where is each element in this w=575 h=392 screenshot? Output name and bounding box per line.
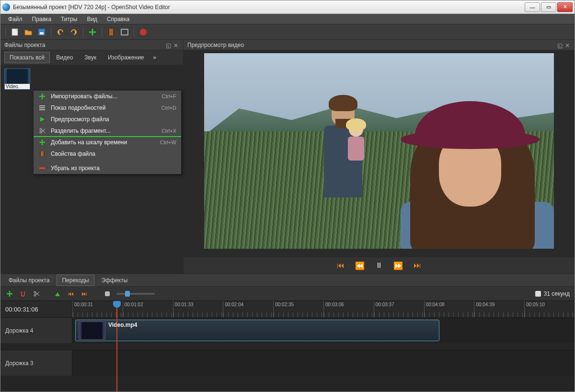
ruler-tick: 00:04:39: [474, 301, 524, 317]
preview-header: Предпросмотр видео ◱ ✕: [184, 40, 575, 50]
timeline-toolbar: ⏮ ⏭ 31 секунд: [0, 286, 575, 300]
prev-marker-button[interactable]: ⏮: [67, 289, 75, 298]
filter-tab-audio[interactable]: Звук: [79, 52, 102, 63]
ruler-tick: 00:04:08: [424, 301, 474, 317]
close-panel-icon[interactable]: ✕: [565, 42, 571, 48]
filter-tab-video[interactable]: Видео: [51, 52, 78, 63]
details-icon: [38, 104, 46, 112]
timeline: 00:00:31:06 00:00:31 00:01:02 00:01:33 0…: [0, 300, 575, 392]
save-project-button[interactable]: [36, 27, 47, 37]
snap-button[interactable]: [19, 289, 27, 298]
project-files-area[interactable]: Video. Импортировать файлы... Ctrl+F Пок…: [0, 65, 183, 274]
scissors-icon: [38, 127, 46, 135]
ruler-tick: 00:01:33: [173, 301, 223, 317]
svg-rect-8: [39, 105, 45, 106]
minimize-button[interactable]: —: [525, 2, 540, 12]
razor-button[interactable]: [32, 289, 41, 298]
filter-tab-more[interactable]: »: [150, 52, 160, 63]
dock-icon[interactable]: ◱: [557, 42, 563, 48]
maximize-button[interactable]: ▭: [541, 2, 556, 12]
plus-icon: [38, 92, 46, 100]
track-label[interactable]: Дорожка 3: [0, 350, 72, 376]
zoom-slider[interactable]: [116, 293, 155, 295]
timeline-clip[interactable]: Video.mp4: [75, 320, 439, 341]
export-button[interactable]: [138, 27, 149, 37]
jump-end-button[interactable]: ⏭: [412, 261, 423, 270]
center-playhead-button[interactable]: [103, 289, 112, 298]
ctx-add-to-timeline[interactable]: Добавить на шкалу времени Ctrl+W: [34, 137, 181, 148]
fast-forward-button[interactable]: ⏩: [393, 261, 403, 270]
ruler-tick: 00:02:04: [223, 301, 273, 317]
next-marker-button[interactable]: ⏭: [80, 289, 89, 298]
jump-start-button[interactable]: ⏮: [335, 261, 346, 270]
filter-tabs: Показать всё Видео Звук Изображение »: [0, 50, 183, 65]
svg-point-17: [34, 291, 36, 293]
project-file-thumb[interactable]: Video.: [4, 69, 30, 90]
svg-rect-4: [108, 29, 109, 35]
new-project-button[interactable]: [10, 27, 20, 37]
preview-title: Предпросмотр видео: [187, 42, 244, 48]
ruler-tick: 00:01:02: [123, 301, 173, 317]
svg-rect-15: [44, 151, 45, 156]
ctx-split-clip[interactable]: Разделить фрагмент... Ctrl+X: [34, 125, 181, 137]
app-icon: [2, 3, 10, 11]
track-area[interactable]: [72, 350, 575, 376]
ctx-import-files[interactable]: Импортировать файлы... Ctrl+F: [34, 91, 181, 102]
open-project-button[interactable]: [23, 27, 34, 37]
menu-help[interactable]: Справка: [103, 15, 133, 23]
ruler-tick: 00:03:37: [374, 301, 424, 317]
svg-rect-9: [39, 107, 45, 108]
filter-tab-image[interactable]: Изображение: [103, 52, 150, 63]
svg-point-11: [40, 128, 42, 130]
project-files-panel: Файлы проекта ◱ ✕ Показать всё Видео Зву…: [0, 40, 184, 274]
tab-project-files[interactable]: Файлы проекта: [3, 275, 55, 286]
rewind-button[interactable]: ⏪: [355, 261, 365, 270]
track-area[interactable]: Video.mp4: [72, 318, 575, 343]
add-track-button[interactable]: [5, 289, 14, 298]
clip-thumb: [79, 322, 105, 340]
close-panel-icon[interactable]: ✕: [173, 42, 179, 48]
ctx-file-properties[interactable]: Свойства файла: [34, 148, 181, 160]
svg-rect-0: [12, 29, 18, 35]
menu-edit[interactable]: Правка: [28, 15, 56, 23]
svg-point-7: [140, 29, 147, 35]
playback-controls: ⏮ ⏪ ⏸ ⏩ ⏭: [184, 257, 575, 274]
duration-indicator-icon: [535, 291, 541, 297]
svg-rect-16: [39, 167, 45, 169]
context-menu: Импортировать файлы... Ctrl+F Показ подр…: [33, 90, 182, 174]
ruler-tick: 00:05:10: [524, 301, 575, 317]
svg-point-12: [40, 131, 42, 133]
undo-button[interactable]: [55, 27, 66, 37]
filter-tab-all[interactable]: Показать всё: [4, 52, 50, 63]
redo-button[interactable]: [69, 27, 79, 37]
ruler-row: 00:00:31:06 00:00:31 00:01:02 00:01:33 0…: [0, 301, 575, 317]
main-area: Файлы проекта ◱ ✕ Показать всё Видео Зву…: [0, 40, 575, 274]
timeline-duration: 31 секунд: [535, 290, 570, 297]
track-label[interactable]: Дорожка 4: [0, 318, 72, 343]
main-toolbar: [0, 24, 575, 40]
marker-button[interactable]: [53, 289, 62, 298]
play-pause-button[interactable]: ⏸: [374, 261, 384, 270]
tab-transitions[interactable]: Переходы: [57, 275, 94, 286]
ctx-show-details[interactable]: Показ подробностей Ctrl+D: [34, 102, 181, 114]
tab-effects[interactable]: Эффекты: [96, 275, 133, 286]
profile-button[interactable]: [106, 27, 116, 37]
svg-rect-19: [105, 291, 110, 296]
menu-titles[interactable]: Титры: [57, 15, 81, 23]
bottom-tabs: Файлы проекта Переходы Эффекты: [0, 274, 575, 286]
svg-point-18: [34, 294, 36, 296]
ctx-preview-file[interactable]: Предпросмотр файла: [34, 114, 181, 125]
svg-rect-5: [113, 29, 115, 35]
playhead[interactable]: [116, 301, 117, 392]
track-row: Дорожка 4 Video.mp4: [0, 317, 575, 343]
ctx-remove-from-project[interactable]: Убрать из проекта: [34, 162, 181, 174]
menu-file[interactable]: Файл: [4, 15, 26, 23]
import-files-button[interactable]: [87, 27, 98, 37]
close-button[interactable]: ✕: [557, 2, 573, 12]
timeline-ruler[interactable]: 00:00:31 00:01:02 00:01:33 00:02:04 00:0…: [72, 301, 575, 317]
clip-label: Video.mp4: [108, 322, 137, 328]
dock-icon[interactable]: ◱: [166, 42, 172, 48]
video-preview[interactable]: [204, 53, 554, 249]
menu-view[interactable]: Вид: [83, 15, 101, 23]
fullscreen-button[interactable]: [119, 27, 130, 37]
